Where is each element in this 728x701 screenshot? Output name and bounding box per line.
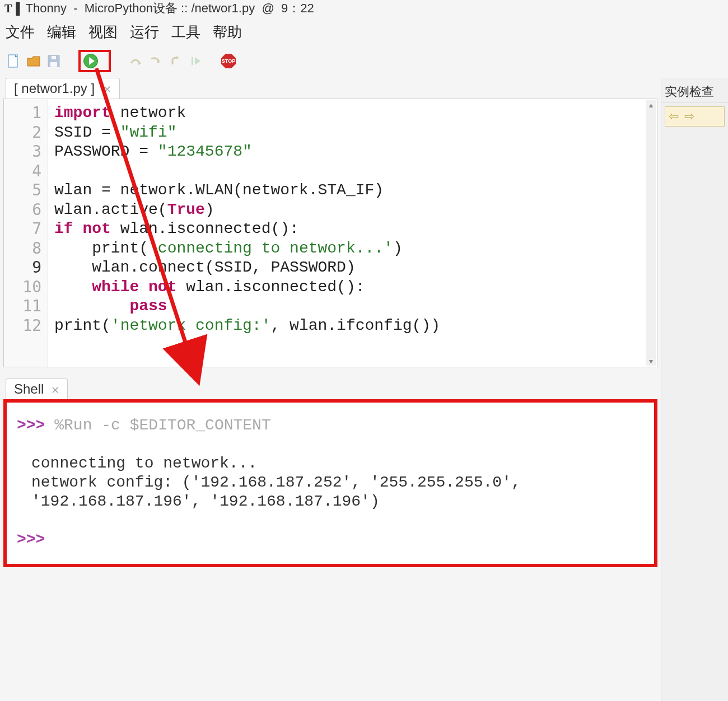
code-line[interactable]: wlan = network.WLAN(network.STA_IF)	[54, 181, 643, 200]
debug-step-over-icon[interactable]	[128, 53, 143, 69]
editor-tab[interactable]: [ networ1.py ] ✕	[6, 78, 120, 99]
code-line[interactable]: print('connecting to network...')	[54, 239, 643, 259]
shell-tabbar: Shell ✕	[3, 378, 657, 399]
code-line[interactable]: SSID = "wifi"	[54, 123, 643, 143]
menu-run[interactable]: 运行	[130, 22, 159, 42]
run-button-highlight	[78, 50, 111, 72]
menu-view[interactable]: 视图	[88, 22, 118, 42]
menu-edit[interactable]: 编辑	[47, 22, 76, 42]
code-line[interactable]: if not wlan.isconnected():	[54, 219, 643, 239]
editor-tab-label: [ networ1.py ]	[14, 81, 95, 96]
debug-step-out-icon[interactable]	[168, 53, 184, 69]
shell-tab[interactable]: Shell ✕	[6, 378, 68, 399]
shell-prompt: >>>	[17, 531, 45, 548]
svg-rect-4	[192, 57, 193, 65]
inspector-panel: 实例检查 ⇦ ⇨	[661, 78, 728, 701]
menubar: 文件 编辑 视图 运行 工具 帮助	[0, 17, 728, 46]
editor-scrollbar[interactable]: ▴ ▾	[646, 100, 656, 366]
nav-back-icon[interactable]: ⇦	[669, 109, 679, 124]
line-gutter: 123456789101112	[4, 99, 48, 367]
shell-tab-label: Shell	[14, 381, 44, 396]
scroll-up-icon[interactable]: ▴	[649, 100, 653, 109]
new-file-icon[interactable]	[6, 53, 21, 69]
code-line[interactable]: import network	[54, 104, 643, 123]
nav-forward-icon[interactable]: ⇨	[684, 109, 694, 124]
menu-help[interactable]: 帮助	[213, 22, 242, 42]
editor-pane[interactable]: 123456789101112 import networkSSID = "wi…	[3, 99, 657, 367]
run-button[interactable]	[83, 53, 99, 69]
code-area[interactable]: import networkSSID = "wifi"PASSWORD = "1…	[54, 104, 643, 335]
menu-tools[interactable]: 工具	[171, 22, 200, 42]
code-line[interactable]: while not wlan.isconnected():	[54, 278, 643, 297]
code-line[interactable]: wlan.connect(SSID, PASSWORD)	[54, 258, 643, 278]
code-line[interactable]: pass	[54, 297, 643, 316]
save-file-icon[interactable]	[46, 53, 62, 69]
shell-output-line: network config: ('192.168.187.252', '255…	[31, 473, 644, 511]
shell-pane[interactable]: >>> %Run -c $EDITOR_CONTENT connecting t…	[3, 399, 657, 567]
titlebar: T▐ Thonny - MicroPython设备 :: /networ1.py…	[0, 0, 728, 17]
debug-resume-icon[interactable]	[188, 53, 204, 69]
stop-button[interactable]: STOP	[221, 53, 236, 69]
svg-rect-3	[52, 56, 56, 59]
inspector-nav: ⇦ ⇨	[665, 106, 725, 127]
app-logo-icon: T▐	[4, 2, 20, 15]
code-line[interactable]	[54, 162, 643, 181]
code-line[interactable]: PASSWORD = "12345678"	[54, 142, 643, 162]
inspector-title: 实例检查	[661, 81, 728, 103]
code-line[interactable]: wlan.active(True)	[54, 200, 643, 220]
open-file-icon[interactable]	[26, 53, 41, 69]
shell-prompt: >>>	[17, 417, 45, 434]
close-tab-icon[interactable]: ✕	[103, 84, 111, 95]
editor-tabbar: [ networ1.py ] ✕	[3, 78, 657, 99]
shell-output-line: connecting to network...	[31, 454, 644, 473]
shell-tab-close-icon[interactable]: ✕	[51, 385, 59, 396]
shell-command: %Run -c $EDITOR_CONTENT	[54, 417, 270, 434]
toolbar: STOP	[0, 46, 728, 78]
stop-icon: STOP	[221, 54, 236, 68]
debug-step-into-icon[interactable]	[148, 53, 164, 69]
play-icon	[83, 54, 98, 68]
code-line[interactable]: print('network config:', wlan.ifconfig()…	[54, 316, 643, 336]
scroll-down-icon[interactable]: ▾	[649, 357, 653, 366]
svg-rect-2	[50, 62, 57, 67]
app-title: Thonny - MicroPython设备 :: /networ1.py @ …	[26, 0, 314, 17]
menu-file[interactable]: 文件	[6, 22, 35, 42]
